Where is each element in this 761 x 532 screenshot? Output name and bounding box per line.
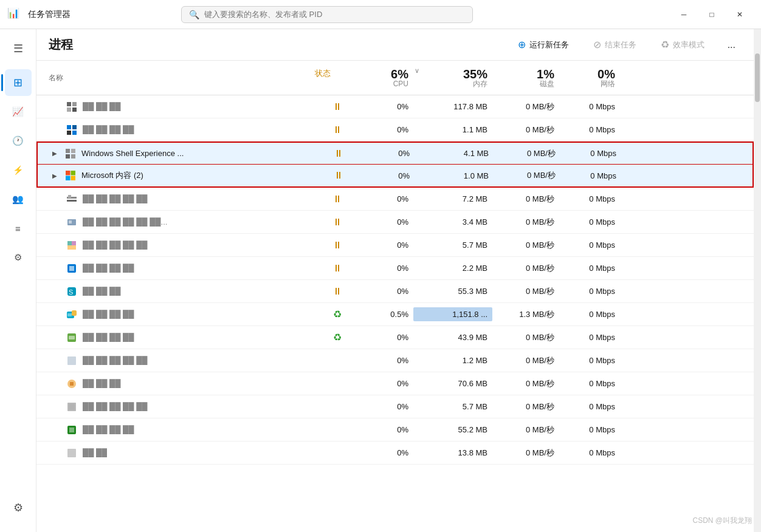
table-row-windows-shell[interactable]: ▶ Windows Shell Experience ... ⏸ 0% 4.1 … bbox=[36, 142, 754, 165]
table-row[interactable]: ██ ██ 0% 13.8 MB 0 MB/秒 0 Mbps bbox=[36, 442, 754, 465]
net-cell: 0 Mbps bbox=[559, 261, 620, 275]
process-name: ██ ██ ██ bbox=[83, 102, 121, 111]
table-row[interactable]: ██ ██ ██ ██ 0% 55.2 MB 0 MB/秒 0 Mbps bbox=[36, 418, 754, 442]
process-name: ██ ██ ██ ██ ██ bbox=[83, 402, 148, 411]
efficiency-mode-button[interactable]: ♻ 效率模式 bbox=[653, 35, 712, 54]
status-cell: ⏸ bbox=[310, 122, 365, 138]
mem-cell: 1.2 MB bbox=[413, 353, 492, 367]
disk-cell: 0 MB/秒 bbox=[492, 445, 559, 461]
col-header-mem[interactable]: ∨ 35% 内存 bbox=[413, 66, 492, 90]
toolbar: 进程 ⊕ 运行新任务 ⊘ 结束任务 ♻ 效率模式 ... bbox=[36, 29, 754, 61]
sidebar-hamburger[interactable]: ☰ bbox=[5, 35, 32, 62]
process-name-cell: ██ ██ ██ ██ bbox=[49, 421, 310, 438]
process-icon bbox=[66, 447, 78, 459]
table-row[interactable]: ██ ██ ██ ██ ██ ⏸ 0% 5.7 MB 0 MB/秒 0 Mbps bbox=[36, 234, 754, 257]
status-icon: ⏸ bbox=[332, 217, 342, 228]
cpu-cell: 0% bbox=[365, 215, 413, 229]
process-icon bbox=[66, 239, 78, 251]
table-row[interactable]: ██ ██ ██ ██ ██ ⏸ 0% 7.2 MB 0 MB/秒 0 Mbps bbox=[36, 188, 754, 211]
col-header-cpu[interactable]: 6% CPU bbox=[365, 66, 413, 90]
col-header-disk[interactable]: 1% 磁盘 bbox=[492, 66, 559, 90]
process-icon bbox=[66, 309, 78, 321]
status-cell: ⏸ bbox=[310, 191, 365, 207]
status-cell bbox=[310, 404, 365, 409]
sidebar-item-history[interactable]: 🕐 bbox=[5, 128, 32, 154]
process-name-cell: S ██ ██ ██ bbox=[49, 283, 310, 300]
status-icon: ⏸ bbox=[332, 194, 342, 205]
sidebar: ☰ ⊞ 📈 🕐 ⚡ 👥 ≡ ⚙ ⚙ bbox=[0, 29, 36, 532]
table-row[interactable]: ██ ██ ██ 0% 70.6 MB 0 MB/秒 0 Mbps bbox=[36, 372, 754, 395]
mem-cell: 117.8 MB bbox=[413, 100, 492, 114]
status-icon: ⏸ bbox=[334, 170, 343, 181]
status-icon: ⏸ bbox=[332, 240, 342, 251]
maximize-button[interactable]: □ bbox=[698, 5, 726, 24]
process-name: ██ ██ ██ ██ bbox=[83, 264, 134, 273]
svg-rect-1 bbox=[72, 102, 77, 106]
svg-rect-17 bbox=[67, 200, 77, 202]
sidebar-item-users[interactable]: 👥 bbox=[5, 186, 32, 213]
run-task-button[interactable]: ⊕ 运行新任务 bbox=[511, 35, 576, 54]
mem-percent: 35% bbox=[463, 68, 487, 80]
svg-rect-30 bbox=[67, 313, 72, 316]
cpu-cell: 0% bbox=[365, 423, 413, 437]
sidebar-item-processes[interactable]: ⊞ bbox=[5, 69, 32, 96]
disk-cell: 1.3 MB/秒 bbox=[492, 307, 559, 322]
mem-cell: 5.7 MB bbox=[413, 238, 492, 252]
scrollbar-track[interactable] bbox=[754, 29, 761, 532]
table-row[interactable]: ██ ██ ██ ██ ♻ 0% 43.9 MB 0 MB/秒 0 Mbps bbox=[36, 326, 754, 349]
cpu-cell: 0% bbox=[365, 123, 413, 137]
col-header-net[interactable]: 0% 网络 bbox=[559, 66, 620, 90]
process-name-cell: ▶ Microsoft 内容 (2) bbox=[50, 167, 311, 184]
status-cell: ⏸ bbox=[310, 214, 365, 230]
table-row[interactable]: ██ ██ ██ ⏸ 0% 117.8 MB 0 MB/秒 0 Mbps bbox=[36, 95, 754, 118]
sidebar-item-startup[interactable]: ⚡ bbox=[5, 157, 32, 183]
more-button[interactable]: ... bbox=[721, 36, 742, 54]
cpu-cell: 0% bbox=[365, 377, 413, 390]
process-name-cell: ██ ██ ██ ██ ██ ██... bbox=[49, 214, 310, 231]
close-button[interactable]: ✕ bbox=[726, 5, 754, 24]
services-icon: ⚙ bbox=[14, 252, 22, 263]
table-row[interactable]: ██ ██ ██ ██ ██ 0% 5.7 MB 0 MB/秒 0 Mbps bbox=[36, 395, 754, 418]
status-cell: ⏸ bbox=[311, 146, 366, 162]
end-task-button[interactable]: ⊘ 结束任务 bbox=[586, 35, 644, 54]
sidebar-settings[interactable]: ⚙ bbox=[5, 494, 32, 521]
process-table[interactable]: 名称 状态 6% CPU ∨ 35% 内存 1% 磁盘 bbox=[36, 61, 754, 532]
performance-icon: 📈 bbox=[12, 106, 24, 117]
process-name-cell: ██ ██ ██ ██ ██ bbox=[49, 352, 310, 369]
table-row-microsoft-content[interactable]: ▶ Microsoft 内容 (2) ⏸ 0% 1.0 M bbox=[36, 165, 754, 188]
disk-percent: 1% bbox=[537, 68, 554, 80]
net-cell: 0 Mbps bbox=[559, 123, 620, 137]
minimize-button[interactable]: ─ bbox=[670, 5, 698, 24]
table-header: 名称 状态 6% CPU ∨ 35% 内存 1% 磁盘 bbox=[36, 61, 754, 95]
disk-cell: 0 MB/秒 bbox=[492, 237, 559, 253]
svg-rect-25 bbox=[69, 266, 74, 271]
details-icon: ≡ bbox=[15, 223, 21, 234]
expand-arrow[interactable]: ▶ bbox=[50, 171, 60, 180]
table-row[interactable]: ██ ██ ██ ██ ♻ 0.5% 1,151.8 ... 1.3 MB/秒 … bbox=[36, 303, 754, 326]
table-row[interactable]: ██ ██ ██ ██ ⏸ 0% 1.1 MB 0 MB/秒 0 Mbps bbox=[36, 118, 754, 142]
microsoft-icon bbox=[64, 169, 77, 182]
search-input[interactable] bbox=[204, 10, 465, 19]
expand-arrow[interactable]: ▶ bbox=[50, 149, 60, 159]
sidebar-item-performance[interactable]: 📈 bbox=[5, 98, 32, 125]
disk-cell: 0 MB/秒 bbox=[492, 261, 559, 276]
sidebar-item-services[interactable]: ⚙ bbox=[5, 244, 32, 271]
process-name: ██ ██ ██ ██ ██ ██... bbox=[83, 217, 167, 227]
col-header-status[interactable]: 状态 bbox=[310, 66, 365, 90]
svg-rect-6 bbox=[67, 131, 71, 135]
sidebar-item-details[interactable]: ≡ bbox=[5, 215, 32, 242]
net-cell: 0 Mbps bbox=[559, 307, 620, 321]
table-row[interactable]: S ██ ██ ██ ⏸ 0% 55.3 MB 0 MB/秒 0 Mbps bbox=[36, 280, 754, 303]
cpu-cell: 0% bbox=[365, 284, 413, 298]
process-icon bbox=[66, 216, 78, 228]
search-box[interactable]: 🔍 bbox=[181, 6, 473, 23]
scrollbar-thumb[interactable] bbox=[755, 53, 760, 102]
col-header-name[interactable]: 名称 bbox=[49, 66, 310, 90]
table-row[interactable]: ██ ██ ██ ██ ██ 0% 1.2 MB 0 MB/秒 0 Mbps bbox=[36, 349, 754, 372]
table-row[interactable]: ██ ██ ██ ██ ⏸ 0% 2.2 MB 0 MB/秒 0 Mbps bbox=[36, 257, 754, 280]
process-name-cell: ██ ██ ██ ██ ██ bbox=[49, 191, 310, 208]
table-row[interactable]: ██ ██ ██ ██ ██ ██... ⏸ 0% 3.4 MB 0 MB/秒 … bbox=[36, 211, 754, 234]
cpu-cell: 0% bbox=[365, 400, 413, 414]
mem-cell: 1,151.8 ... bbox=[413, 307, 492, 321]
cpu-cell: 0.5% bbox=[365, 307, 413, 321]
